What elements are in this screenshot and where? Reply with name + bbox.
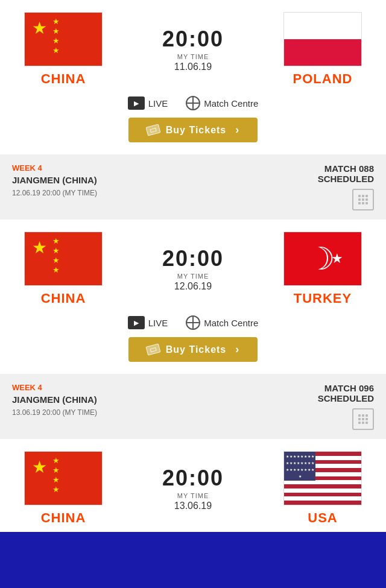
match-teams-2: ★ ★ ★ ★ ★ CHINA 20:00 MY TIME 12.06.19 ☽ <box>6 232 380 306</box>
match-time-display-2: 20:00 <box>109 246 277 271</box>
match-number-1: MATCH 088 <box>318 163 374 174</box>
away-team-1: POLAND <box>277 12 368 87</box>
my-time-label-1: MY TIME <box>109 53 277 60</box>
match-teams-1: ★ ★ ★ ★ ★ CHINA 20:00 MY TIME 11.06.19 <box>6 12 380 87</box>
action-row-2: LIVE Match Centre <box>128 315 259 330</box>
match-date-3: 13.06.19 <box>109 501 277 511</box>
match-time-3: 20:00 MY TIME 13.06.19 <box>109 466 277 511</box>
match-date-2: 12.06.19 <box>109 281 277 292</box>
match-time-2: 20:00 MY TIME 12.06.19 <box>109 246 277 292</box>
home-flag-3: ★ ★ ★ ★ ★ <box>24 451 103 505</box>
venue-name-1: JIANGMEN (CHINA) <box>12 175 97 185</box>
away-team-2: ☽ ★ TURKEY <box>277 232 368 306</box>
match-info-2: WEEK 4 JIANGMEN (CHINA) 13.06.19 20:00 (… <box>0 374 386 439</box>
calendar-icon-2[interactable] <box>352 408 374 430</box>
home-team-name-1: CHINA <box>41 71 86 87</box>
home-flag-2: ★ ★ ★ ★ ★ <box>24 232 103 286</box>
match-time-display-1: 20:00 <box>109 27 277 52</box>
turkey-star-icon: ★ <box>331 251 343 267</box>
match-centre-button-2[interactable]: Match Centre <box>186 315 258 330</box>
china-star-main-2: ★ <box>32 239 47 256</box>
match-card-3: ★ ★ ★ ★ ★ CHINA 20:00 MY TIME 13.06.19 <box>0 439 386 532</box>
buy-tickets-button-1[interactable]: Buy Tickets › <box>128 118 258 142</box>
volleyball-icon-2 <box>186 315 200 330</box>
china-stars-small-3: ★ ★ ★ ★ <box>52 457 60 493</box>
calendar-icon-1[interactable] <box>352 189 374 210</box>
home-team-name-2: CHINA <box>41 291 86 306</box>
chevron-right-icon-1: › <box>235 124 239 136</box>
china-stars-small: ★ ★ ★ ★ <box>52 17 60 54</box>
match-time-1: 20:00 MY TIME 11.06.19 <box>109 27 277 72</box>
live-button-1[interactable]: LIVE <box>128 96 168 110</box>
live-icon-1 <box>128 96 145 110</box>
away-flag-2: ☽ ★ <box>283 232 362 286</box>
match-date-1: 11.06.19 <box>109 62 277 72</box>
live-icon-2 <box>128 316 145 329</box>
week-label-1: WEEK 4 <box>12 163 97 172</box>
volleyball-icon-1 <box>186 96 200 110</box>
week-label-2: WEEK 4 <box>12 383 97 392</box>
match-datetime-1: 12.06.19 20:00 (MY TIME) <box>12 189 97 197</box>
away-flag-1 <box>283 12 362 66</box>
match-info-1: WEEK 4 JIANGMEN (CHINA) 12.06.19 20:00 (… <box>0 154 386 220</box>
home-team-name-3: CHINA <box>41 510 86 526</box>
live-button-2[interactable]: LIVE <box>128 316 168 329</box>
match-time-display-3: 20:00 <box>109 466 277 491</box>
action-row-1: LIVE Match Centre <box>128 96 259 110</box>
venue-name-2: JIANGMEN (CHINA) <box>12 394 97 405</box>
ticket-icon-1 <box>145 124 160 136</box>
buy-tickets-label-2: Buy Tickets <box>166 344 227 355</box>
away-team-name-1: POLAND <box>293 71 353 87</box>
china-star-main: ★ <box>32 20 47 37</box>
match-card-1: ★ ★ ★ ★ ★ CHINA 20:00 MY TIME 11.06.19 <box>0 0 386 154</box>
match-centre-button-1[interactable]: Match Centre <box>186 96 258 110</box>
china-star-main-3: ★ <box>32 459 47 476</box>
live-label-1: LIVE <box>148 98 168 109</box>
home-team-2: ★ ★ ★ ★ ★ CHINA <box>18 232 109 306</box>
home-flag-1: ★ ★ ★ ★ ★ <box>24 12 103 66</box>
ticket-icon-2 <box>145 343 160 355</box>
match-teams-3: ★ ★ ★ ★ ★ CHINA 20:00 MY TIME 13.06.19 <box>6 451 380 526</box>
my-time-label-2: MY TIME <box>109 273 277 280</box>
match-actions-2: LIVE Match Centre Buy Tickets › <box>6 306 380 368</box>
match-datetime-2: 13.06.19 20:00 (MY TIME) <box>12 408 97 417</box>
home-team-3: ★ ★ ★ ★ ★ CHINA <box>18 451 109 526</box>
away-flag-3: ★★★★★ ★★★★★ ★★★★★ ★★★★★ ★★★★★ <box>283 451 362 505</box>
home-team-1: ★ ★ ★ ★ ★ CHINA <box>18 12 109 87</box>
china-stars-small-2: ★ ★ ★ ★ <box>52 237 60 274</box>
away-team-name-2: TURKEY <box>294 291 352 306</box>
usa-canton: ★★★★★ ★★★★★ ★★★★★ ★★★★★ ★★★★★ <box>284 452 315 481</box>
match-status-1: SCHEDULED <box>318 174 374 184</box>
match-status-2: SCHEDULED <box>318 393 374 403</box>
live-label-2: LIVE <box>148 318 168 328</box>
match-centre-label-2: Match Centre <box>204 318 258 328</box>
chevron-right-icon-2: › <box>235 343 239 356</box>
buy-tickets-button-2[interactable]: Buy Tickets › <box>128 337 258 362</box>
match-card-2: ★ ★ ★ ★ ★ CHINA 20:00 MY TIME 12.06.19 ☽ <box>0 220 386 374</box>
match-centre-label-1: Match Centre <box>204 98 258 109</box>
away-team-3: ★★★★★ ★★★★★ ★★★★★ ★★★★★ ★★★★★ USA <box>277 451 368 526</box>
my-time-label-3: MY TIME <box>109 492 277 499</box>
buy-tickets-label-1: Buy Tickets <box>166 125 227 136</box>
match-number-2: MATCH 096 <box>318 383 374 393</box>
away-team-name-3: USA <box>308 510 337 526</box>
match-actions-1: LIVE Match Centre Buy Tickets › <box>6 87 380 148</box>
